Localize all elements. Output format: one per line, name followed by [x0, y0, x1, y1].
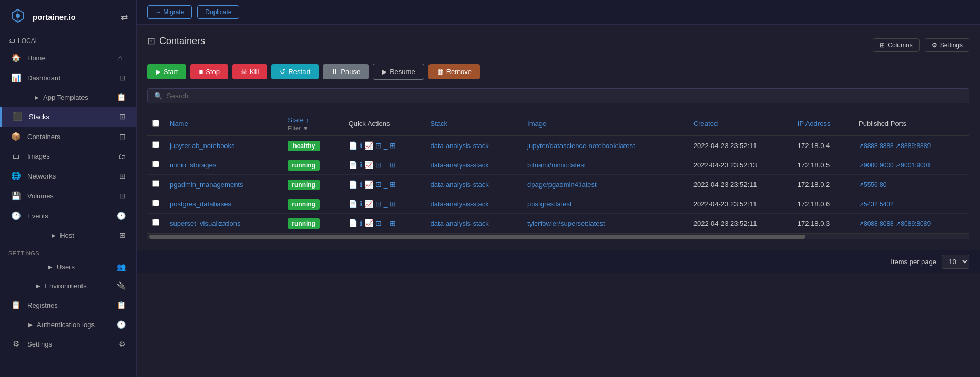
more-icon[interactable]: ⊞: [390, 161, 396, 169]
stop-button[interactable]: ■ Stop: [190, 64, 228, 79]
row-checkbox-2[interactable]: [152, 180, 159, 187]
stats-icon[interactable]: 📈: [364, 200, 373, 208]
more-icon[interactable]: ⊞: [390, 180, 396, 188]
stack-link[interactable]: data-analysis-stack: [430, 142, 488, 150]
stack-link[interactable]: data-analysis-stack: [430, 181, 488, 188]
state-badge: healthy: [288, 141, 320, 151]
select-all-checkbox[interactable]: [152, 120, 159, 127]
remove-button[interactable]: 🗑 Remove: [428, 64, 480, 79]
col-stack[interactable]: Stack: [425, 112, 522, 136]
exec-icon[interactable]: ⊡: [375, 219, 382, 227]
items-per-page-select[interactable]: 10 25 50: [942, 255, 969, 269]
info-icon[interactable]: ℹ: [360, 180, 362, 188]
resume-button[interactable]: ▶ Resume: [373, 64, 424, 80]
row-checkbox-0[interactable]: [152, 141, 159, 148]
stack-link[interactable]: data-analysis-stack: [430, 219, 488, 227]
container-name-link[interactable]: minio_storages: [170, 161, 216, 169]
port-link[interactable]: ↗8089:8089: [895, 220, 931, 227]
container-name-link[interactable]: pgadmin_managements: [170, 181, 243, 188]
restart-button[interactable]: ↺ Restart: [271, 64, 319, 79]
duplicate-button[interactable]: Duplicate: [197, 5, 239, 19]
pause-button[interactable]: ⏸ Pause: [323, 64, 369, 79]
info-icon[interactable]: ℹ: [360, 219, 362, 227]
sidebar-item-images[interactable]: 🗂 Images 🗂: [0, 146, 136, 166]
sidebar-item-registries[interactable]: 📋 Registries 📋: [0, 295, 136, 315]
info-icon[interactable]: ℹ: [360, 200, 362, 208]
stats-icon[interactable]: 📈: [364, 161, 373, 169]
logs-icon[interactable]: 📄: [349, 141, 358, 150]
image-link[interactable]: bitnami/minio:latest: [527, 161, 586, 169]
port-link[interactable]: ↗5432:5432: [859, 201, 894, 208]
image-link[interactable]: dpage/pgadmin4:latest: [527, 181, 597, 188]
sidebar-item-networks[interactable]: 🌐 Networks ⊞: [0, 166, 136, 186]
stack-link[interactable]: data-analysis-stack: [430, 200, 488, 208]
sidebar-item-settings[interactable]: ⚙ Settings ⚙: [0, 334, 136, 354]
sidebar-item-dashboard[interactable]: 📊 Dashboard ⊡: [0, 68, 136, 88]
image-link[interactable]: jupyter/datascience-notebook:latest: [527, 142, 635, 150]
info-icon[interactable]: ℹ: [360, 141, 362, 150]
col-state[interactable]: State ↕ Filter ▼: [282, 112, 343, 136]
container-name-link[interactable]: postgres_databases: [170, 200, 231, 208]
port-link[interactable]: ↗9000:9000: [859, 162, 894, 169]
logs-icon[interactable]: 📄: [349, 161, 358, 169]
logs-icon[interactable]: 📄: [349, 200, 358, 208]
transfer-icon[interactable]: ⇄: [121, 12, 128, 22]
port-link[interactable]: ↗8889:8889: [895, 142, 931, 150]
search-bar[interactable]: 🔍: [147, 88, 969, 103]
attach-icon[interactable]: _: [384, 180, 388, 188]
container-name-link[interactable]: superset_visualizations: [170, 219, 240, 227]
kill-button[interactable]: ☠ Kill: [232, 64, 267, 79]
row-checkbox-1[interactable]: [152, 161, 159, 167]
filter-icon[interactable]: ▼: [303, 125, 309, 131]
exec-icon[interactable]: ⊡: [375, 161, 382, 169]
scroll-thumb[interactable]: [149, 235, 805, 239]
port-link[interactable]: ↗9001:9001: [895, 162, 931, 169]
sidebar-item-volumes[interactable]: 💾 Volumes ⊡: [0, 186, 136, 206]
stats-icon[interactable]: 📈: [364, 180, 373, 188]
attach-icon[interactable]: _: [384, 161, 388, 169]
start-button[interactable]: ▶ Start: [147, 64, 186, 79]
image-link[interactable]: postgres:latest: [527, 200, 572, 208]
row-checkbox-3[interactable]: [152, 200, 159, 206]
sidebar-item-environments[interactable]: ▶ Environments 🔌: [0, 276, 136, 295]
sidebar-item-home[interactable]: 🏠 Home ⌂: [0, 48, 136, 68]
exec-icon[interactable]: ⊡: [375, 200, 382, 208]
port-link[interactable]: ↗8088:8088: [859, 220, 894, 227]
columns-button[interactable]: ⊞ Columns: [873, 38, 919, 52]
more-icon[interactable]: ⊞: [390, 219, 396, 227]
info-icon[interactable]: ℹ: [360, 161, 362, 169]
sidebar-item-events[interactable]: 🕐 Events 🕐: [0, 206, 136, 226]
logs-icon[interactable]: 📄: [349, 219, 358, 227]
col-created[interactable]: Created: [688, 112, 792, 136]
attach-icon[interactable]: _: [384, 141, 388, 150]
port-link[interactable]: ↗8888:8888: [859, 142, 894, 150]
sidebar-item-stacks[interactable]: ⬛ Stacks ⊞: [0, 107, 136, 127]
image-link[interactable]: tylerfowler/superset:latest: [527, 219, 605, 227]
stack-link[interactable]: data-analysis-stack: [430, 161, 488, 169]
state-badge: running: [288, 199, 320, 210]
logs-icon[interactable]: 📄: [349, 180, 358, 188]
exec-icon[interactable]: ⊡: [375, 180, 382, 188]
attach-icon[interactable]: _: [384, 200, 388, 208]
stats-icon[interactable]: 📈: [364, 219, 373, 227]
horizontal-scrollbar[interactable]: [147, 233, 969, 239]
sidebar-item-host[interactable]: ▶ Host ⊞: [0, 226, 136, 245]
col-name[interactable]: Name: [165, 112, 282, 136]
sidebar-item-containers[interactable]: 📦 Containers ⊡: [0, 127, 136, 146]
port-link[interactable]: ↗5556:80: [859, 181, 886, 188]
sidebar-item-app-templates[interactable]: ▶ App Templates 📋: [0, 88, 136, 107]
sidebar-item-users[interactable]: ▶ Users 👥: [0, 257, 136, 276]
sidebar-item-auth-logs[interactable]: ▶ Authentication logs 🕐: [0, 315, 136, 334]
attach-icon[interactable]: _: [384, 219, 388, 227]
search-input[interactable]: [167, 92, 963, 100]
migrate-button[interactable]: → Migrate: [147, 5, 192, 19]
page-settings-button[interactable]: ⚙ Settings: [925, 38, 969, 52]
col-image[interactable]: Image: [522, 112, 688, 136]
more-icon[interactable]: ⊞: [390, 141, 396, 150]
row-checkbox-4[interactable]: [152, 219, 159, 226]
col-ip[interactable]: IP Address: [792, 112, 853, 136]
exec-icon[interactable]: ⊡: [375, 141, 382, 150]
container-name-link[interactable]: jupyterlab_notebooks: [170, 142, 235, 150]
more-icon[interactable]: ⊞: [390, 200, 396, 208]
stats-icon[interactable]: 📈: [364, 141, 373, 150]
